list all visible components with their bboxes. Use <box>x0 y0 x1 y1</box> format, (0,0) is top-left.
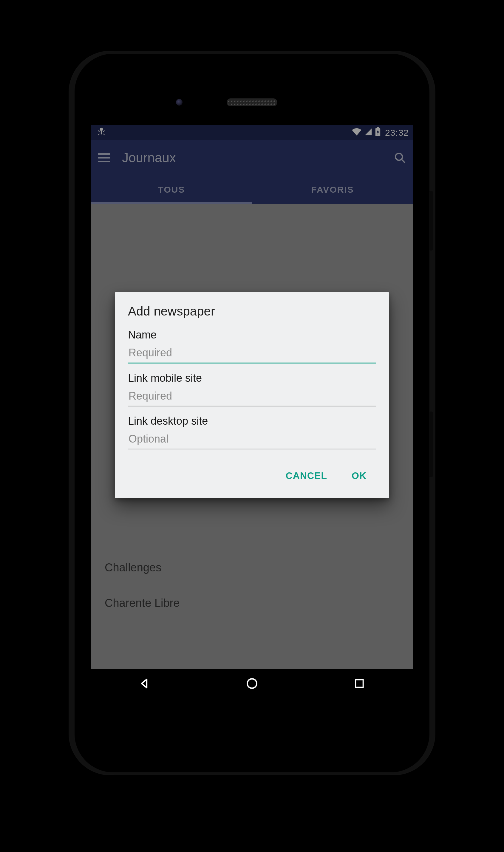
home-button[interactable] <box>243 674 261 692</box>
field-desktop-link: Link desktop site <box>128 415 376 449</box>
svg-rect-14 <box>356 679 363 687</box>
dialog-actions: CANCEL OK <box>128 458 376 491</box>
desktop-link-input[interactable] <box>128 430 376 449</box>
volume-button <box>429 412 433 477</box>
mobile-link-input[interactable] <box>128 387 376 406</box>
power-button <box>429 191 433 251</box>
back-button[interactable] <box>136 674 154 692</box>
svg-point-13 <box>247 679 257 688</box>
cancel-button[interactable]: CANCEL <box>281 467 332 485</box>
dialog-title: Add newspaper <box>128 304 376 319</box>
phone-frame: 23:32 Journaux TOUS FAVORIS <box>69 51 435 775</box>
ok-button[interactable]: OK <box>347 467 371 485</box>
phone-speaker <box>227 98 277 106</box>
front-camera <box>176 99 182 106</box>
phone-bezel: 23:32 Journaux TOUS FAVORIS <box>75 54 429 773</box>
device-screen: 23:32 Journaux TOUS FAVORIS <box>91 125 413 698</box>
recents-button[interactable] <box>350 674 368 692</box>
add-newspaper-dialog: Add newspaper Name Link mobile site Link… <box>115 292 389 498</box>
recents-icon <box>354 678 365 689</box>
home-icon <box>246 677 258 690</box>
back-icon <box>138 677 151 690</box>
desktop-link-label: Link desktop site <box>128 415 376 427</box>
field-name: Name <box>128 329 376 364</box>
system-nav-bar <box>91 669 413 698</box>
field-mobile-link: Link mobile site <box>128 372 376 406</box>
name-input[interactable] <box>128 344 376 364</box>
mobile-link-label: Link mobile site <box>128 372 376 384</box>
name-label: Name <box>128 329 376 341</box>
